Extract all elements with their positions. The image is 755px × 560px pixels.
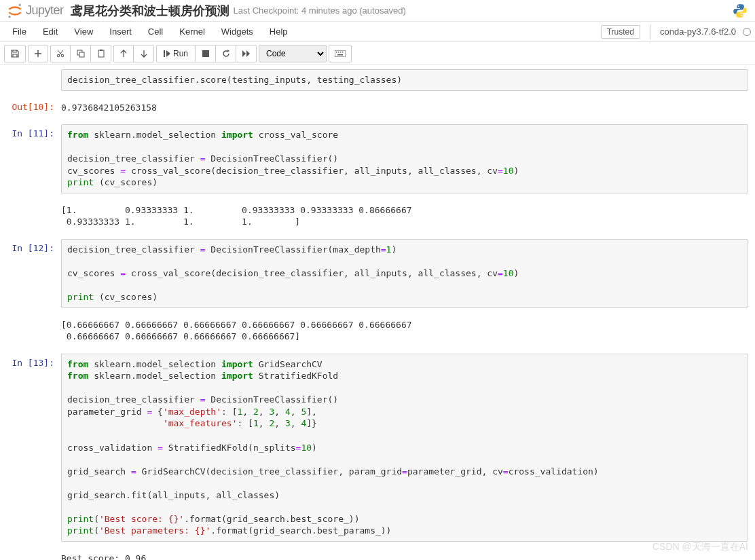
- input-prompt: In [13]:: [0, 354, 61, 542]
- output-prompt: Out[10]:: [0, 98, 61, 118]
- cell-output: 0.9736842105263158: [61, 98, 748, 118]
- code-input[interactable]: decision_tree_classifier = DecisionTreeC…: [61, 239, 748, 308]
- code-cell[interactable]: In [12]: decision_tree_classifier = Deci…: [0, 236, 755, 311]
- command-palette-button[interactable]: [329, 45, 352, 62]
- trusted-indicator[interactable]: Trusted: [601, 25, 640, 39]
- menu-cell[interactable]: Cell: [140, 24, 171, 39]
- kernel-name[interactable]: conda-py3.7.6-tf2.0: [660, 26, 736, 37]
- menubar: File Edit View Insert Cell Kernel Widget…: [0, 22, 755, 42]
- logo-text: Jupyter: [26, 3, 64, 18]
- paste-button[interactable]: [91, 45, 111, 62]
- input-prompt: [0, 69, 61, 91]
- svg-rect-15: [340, 52, 342, 53]
- move-up-button[interactable]: [113, 45, 134, 62]
- notebook-title[interactable]: 鸢尾花分类和波士顿房价预测: [71, 3, 229, 19]
- save-icon: [10, 49, 20, 58]
- jupyter-logo[interactable]: Jupyter: [7, 3, 64, 19]
- copy-button[interactable]: [71, 45, 91, 62]
- arrow-up-icon: [120, 50, 127, 58]
- copy-icon: [77, 50, 85, 58]
- run-label: Run: [173, 49, 188, 58]
- svg-rect-8: [98, 50, 104, 57]
- checkpoint-text: Last Checkpoint: 4 minutes ago (autosave…: [234, 5, 406, 16]
- plus-icon: [34, 50, 42, 58]
- stop-button[interactable]: [196, 45, 216, 62]
- input-prompt: In [12]:: [0, 239, 61, 308]
- divider: [650, 24, 650, 39]
- menu-insert[interactable]: Insert: [101, 24, 140, 39]
- code-cell[interactable]: In [13]: from sklearn.model_selection im…: [0, 351, 755, 544]
- menu-edit[interactable]: Edit: [35, 24, 66, 39]
- code-input[interactable]: from sklearn.model_selection import Grid…: [61, 354, 748, 542]
- arrow-down-icon: [141, 50, 147, 58]
- svg-point-2: [738, 5, 739, 7]
- svg-rect-7: [79, 52, 84, 57]
- kernel-indicator-icon: [743, 28, 751, 36]
- svg-rect-9: [100, 50, 103, 51]
- cell-output: [1. 0.93333333 1. 0.93333333 0.93333333 …: [61, 200, 748, 232]
- output-cell: [1. 0.93333333 1. 0.93333333 0.93333333 …: [0, 198, 755, 235]
- cut-button[interactable]: [50, 45, 71, 62]
- svg-rect-13: [336, 52, 337, 53]
- svg-rect-14: [338, 52, 339, 53]
- fast-forward-icon: [242, 50, 251, 57]
- svg-point-3: [741, 14, 742, 16]
- add-cell-button[interactable]: [28, 45, 48, 62]
- run-button[interactable]: Run: [156, 45, 196, 62]
- output-cell: Best score: 0.96 Best parameters: {'max_…: [0, 546, 755, 560]
- paste-icon: [97, 50, 105, 58]
- output-prompt: [0, 548, 61, 560]
- svg-rect-10: [164, 50, 165, 57]
- output-prompt: [0, 315, 61, 347]
- move-down-button[interactable]: [134, 45, 154, 62]
- output-cell: [0.66666667 0.66666667 0.66666667 0.6666…: [0, 312, 755, 350]
- code-input[interactable]: from sklearn.model_selection import cros…: [61, 124, 748, 193]
- menu-kernel[interactable]: Kernel: [171, 24, 213, 39]
- svg-rect-17: [337, 54, 343, 56]
- cell-output: Best score: 0.96 Best parameters: {'max_…: [61, 548, 748, 560]
- keyboard-icon: [335, 50, 346, 57]
- menu-file[interactable]: File: [4, 24, 35, 39]
- toolbar: Run Code: [0, 42, 755, 65]
- code-cell[interactable]: decision_tree_classifier.score(testing_i…: [0, 67, 755, 94]
- svg-point-0: [19, 3, 21, 5]
- svg-rect-12: [335, 50, 346, 57]
- run-icon: [164, 50, 170, 58]
- restart-run-all-button[interactable]: [236, 45, 257, 62]
- svg-point-1: [8, 16, 10, 18]
- output-prompt: [0, 200, 61, 232]
- python-icon: [732, 3, 748, 19]
- menu-help[interactable]: Help: [261, 24, 296, 39]
- cell-output: [0.66666667 0.66666667 0.66666667 0.6666…: [61, 315, 748, 347]
- output-cell: Out[10]: 0.9736842105263158: [0, 95, 755, 121]
- cut-icon: [56, 50, 65, 58]
- code-input[interactable]: decision_tree_classifier.score(testing_i…: [61, 69, 748, 91]
- menu-view[interactable]: View: [66, 24, 101, 39]
- jupyter-icon: [7, 3, 23, 19]
- cell-type-select[interactable]: Code: [259, 45, 327, 62]
- save-button[interactable]: [4, 45, 26, 62]
- restart-button[interactable]: [216, 45, 236, 62]
- menu-widgets[interactable]: Widgets: [213, 24, 261, 39]
- restart-icon: [222, 50, 230, 58]
- header: Jupyter 鸢尾花分类和波士顿房价预测 Last Checkpoint: 4…: [0, 0, 755, 22]
- notebook-container: decision_tree_classifier.score(testing_i…: [0, 67, 755, 560]
- code-cell[interactable]: In [11]: from sklearn.model_selection im…: [0, 122, 755, 196]
- stop-icon: [202, 50, 209, 57]
- svg-rect-16: [342, 52, 344, 53]
- input-prompt: In [11]:: [0, 124, 61, 193]
- svg-rect-11: [202, 50, 209, 57]
